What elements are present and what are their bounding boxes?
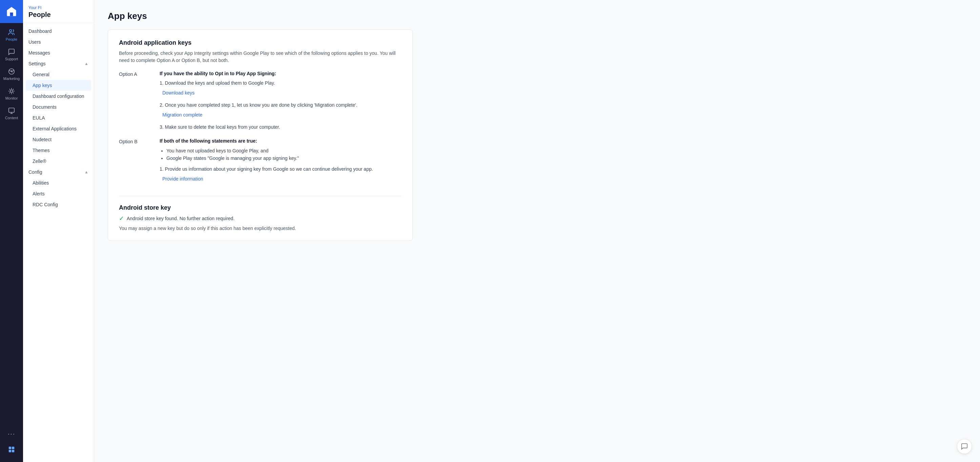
- app-logo[interactable]: [0, 0, 23, 23]
- nav-monitor-label: Monitor: [5, 96, 18, 100]
- nav-puzzle[interactable]: [8, 442, 16, 457]
- step-a-2-text: 2. Once you have completed step 1, let u…: [160, 102, 402, 109]
- svg-rect-6: [9, 447, 11, 449]
- sidebar-title: People: [29, 11, 88, 19]
- step-b-1-text: 1. Provide us information about your sig…: [160, 166, 402, 173]
- settings-chevron-icon: ▲: [84, 61, 88, 66]
- svg-point-2: [10, 29, 11, 32]
- main-content: App keys Android application keys Before…: [94, 0, 980, 462]
- sidebar-item-messages[interactable]: Messages: [23, 48, 94, 58]
- svg-rect-8: [9, 450, 11, 452]
- nav-support[interactable]: Support: [0, 44, 23, 64]
- option-a-heading: If you have the ability to Opt in to Pla…: [160, 71, 402, 76]
- config-chevron-icon: ▲: [84, 170, 88, 175]
- step-a-2: 2. Once you have completed step 1, let u…: [160, 102, 402, 120]
- option-a-content: If you have the ability to Opt in to Pla…: [160, 71, 402, 134]
- nav-people-label: People: [6, 37, 17, 41]
- step-a-1-text: 1. Download the keys and upload them to …: [160, 79, 402, 87]
- sidebar-item-alerts[interactable]: Alerts: [23, 188, 94, 199]
- sidebar-item-nudetect[interactable]: Nudetect: [23, 134, 94, 145]
- option-b-heading: If both of the following statements are …: [160, 138, 402, 144]
- step-a-3: 3. Make sure to delete the local keys fr…: [160, 124, 402, 131]
- success-text: Android store key found. No further acti…: [127, 216, 234, 221]
- check-icon: ✓: [119, 215, 124, 222]
- content-card: Android application keys Before proceedi…: [108, 29, 413, 241]
- option-a-label: Option A: [119, 71, 146, 134]
- sidebar-item-rdc-config[interactable]: RDC Config: [23, 199, 94, 210]
- section-divider: [119, 196, 402, 196]
- chat-bubble[interactable]: [957, 439, 972, 454]
- svg-point-1: [10, 9, 13, 11]
- nav-monitor[interactable]: Monitor: [0, 83, 23, 103]
- fi-label: Your FI: [29, 5, 88, 10]
- svg-point-4: [10, 90, 13, 92]
- sidebar-item-eula[interactable]: EULA: [23, 113, 94, 123]
- option-b-bullets: You have not uploaded keys to Google Pla…: [160, 147, 402, 162]
- option-b-content: If both of the following statements are …: [160, 138, 402, 187]
- android-section-desc: Before proceeding, check your App Integr…: [119, 50, 402, 64]
- sidebar-item-app-keys[interactable]: App keys: [26, 80, 91, 91]
- sidebar-item-documents[interactable]: Documents: [23, 102, 94, 113]
- svg-rect-0: [10, 13, 13, 16]
- sidebar-header: Your FI People: [23, 0, 94, 23]
- settings-section-header[interactable]: Settings ▲: [23, 58, 94, 69]
- sidebar-item-users[interactable]: Users: [23, 37, 94, 48]
- page-title: App keys: [108, 11, 966, 21]
- step-b-1: 1. Provide us information about your sig…: [160, 166, 402, 184]
- option-b-row: Option B If both of the following statem…: [119, 138, 402, 187]
- nav-marketing-label: Marketing: [3, 76, 20, 81]
- nav-more[interactable]: ···: [8, 426, 16, 441]
- step-a-3-text: 3. Make sure to delete the local keys fr…: [160, 124, 402, 131]
- option-b-label: Option B: [119, 138, 146, 187]
- nav-people[interactable]: People: [0, 24, 23, 44]
- sidebar-item-zelle[interactable]: Zelle®: [23, 156, 94, 167]
- sidebar-item-dashboard-configuration[interactable]: Dashboard configuration: [23, 91, 94, 102]
- additional-text: You may assign a new key but do so only …: [119, 225, 402, 231]
- nav-content-label: Content: [5, 116, 18, 120]
- android-app-keys-section: Android application keys Before proceedi…: [119, 39, 402, 187]
- android-store-title: Android store key: [119, 204, 402, 211]
- svg-rect-7: [12, 447, 14, 449]
- provide-information-link[interactable]: Provide information: [160, 176, 402, 181]
- android-section-title: Android application keys: [119, 39, 402, 46]
- nav-marketing[interactable]: Marketing: [0, 64, 23, 83]
- config-section-header[interactable]: Config ▲: [23, 167, 94, 178]
- bullet-item: You have not uploaded keys to Google Pla…: [166, 147, 402, 154]
- nav-content[interactable]: Content: [0, 103, 23, 122]
- migration-complete-link[interactable]: Migration complete: [160, 112, 402, 117]
- success-row: ✓ Android store key found. No further ac…: [119, 215, 402, 222]
- sidebar-nav: Dashboard Users Messages Settings ▲ Gene…: [23, 23, 94, 462]
- sidebar-item-themes[interactable]: Themes: [23, 145, 94, 156]
- bullet-item: Google Play states "Google is managing y…: [166, 154, 402, 162]
- svg-rect-9: [12, 450, 14, 452]
- sidebar-item-general[interactable]: General: [23, 69, 94, 80]
- sidebar: Your FI People Dashboard Users Messages …: [23, 0, 94, 462]
- sidebar-item-abilities[interactable]: Abilities: [23, 178, 94, 188]
- sidebar-item-dashboard[interactable]: Dashboard: [23, 26, 94, 37]
- android-store-section: Android store key ✓ Android store key fo…: [119, 204, 402, 231]
- step-a-1: 1. Download the keys and upload them to …: [160, 79, 402, 98]
- option-a-row: Option A If you have the ability to Opt …: [119, 71, 402, 134]
- svg-rect-5: [9, 108, 14, 113]
- download-keys-link[interactable]: Download keys: [160, 90, 402, 95]
- icon-bar: People Support Marketing Monitor: [0, 0, 23, 462]
- sidebar-item-external-applications[interactable]: External Applications: [23, 123, 94, 134]
- nav-support-label: Support: [5, 57, 18, 61]
